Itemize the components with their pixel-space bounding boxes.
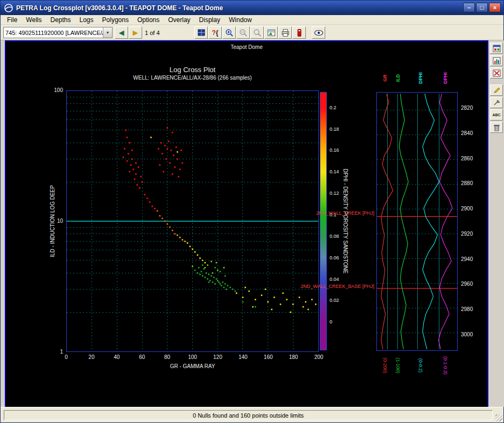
curve-name-label: ILD: [395, 74, 401, 82]
colorbar-tick-label: 0.14: [330, 169, 339, 174]
crossplot-area[interactable]: [66, 90, 319, 352]
right-tool-column: ABC: [488, 40, 504, 407]
depth-tick-label: 2940: [461, 256, 473, 262]
x-tick-label: 120: [209, 354, 226, 360]
window-title: PETRA Log Crossplot [v3006.3.0.4] - TEAP…: [16, 4, 223, 12]
text-tool-icon: ABC: [492, 113, 500, 117]
depth-tick-label: 2820: [461, 105, 473, 111]
y-tick-label: 1: [31, 349, 63, 355]
status-message: 0 Nulls found and 160 points outside lim…: [4, 410, 493, 420]
chart-icon: [493, 57, 501, 65]
help-brace-icon: ?{: [212, 29, 218, 37]
chart-tool-button[interactable]: [490, 55, 503, 66]
text-tool-button[interactable]: ABC: [490, 109, 503, 121]
formation-marker-label: 2ND_WALL_CREEK_BASE [PHJ]: [237, 284, 374, 289]
x-tick-label: 200: [311, 354, 327, 360]
curve-scale-label: (0-200): [382, 357, 388, 373]
well-selector-value: 745: 49025111920000 [LAWRENCE/AL: [4, 30, 103, 36]
curve-name-label: DPHI: [418, 72, 423, 84]
delete-chart-button[interactable]: [490, 67, 503, 79]
depth-tick-label: 2960: [461, 281, 473, 287]
x-tick-label: 20: [83, 354, 100, 360]
colorbar-tick-label: 0.02: [330, 298, 339, 303]
x-axis-label: GR - GAMMA RAY: [66, 363, 319, 369]
layout-tool-button[interactable]: [490, 43, 503, 54]
log-track-panel: [376, 92, 458, 351]
depth-tick-label: 2920: [461, 231, 473, 237]
red-cartridge-icon: [295, 29, 304, 37]
zoom-out-button[interactable]: [236, 26, 250, 39]
colorbar-tick-label: 0.08: [330, 234, 339, 239]
menu-item-depths[interactable]: Depths: [46, 16, 75, 24]
visibility-button[interactable]: [312, 26, 325, 39]
plot-canvas: Teapot Dome Log Cross Plot WELL: LAWRENC…: [5, 40, 488, 408]
toolbar: 745: 49025111920000 [LAWRENCE/AL ▼ ◀ ▶ 1…: [1, 25, 503, 40]
layout-icon: [493, 45, 501, 52]
chevron-down-icon[interactable]: ▼: [103, 27, 112, 38]
title-bar: PETRA Log Crossplot [v3006.3.0.4] - TEAP…: [1, 1, 503, 15]
status-bar: 0 Nulls found and 160 points outside lim…: [1, 407, 503, 422]
curve-name-label: GR: [382, 74, 388, 82]
menu-item-display[interactable]: Display: [195, 16, 225, 24]
x-tick-label: 40: [109, 354, 125, 360]
dropper-icon: [493, 99, 501, 107]
x-tick-label: 160: [260, 354, 276, 360]
colorbar-tick-label: 0.04: [330, 277, 339, 282]
red-cartridge-button[interactable]: [292, 26, 306, 39]
dropper-tool-button[interactable]: [490, 97, 503, 108]
menu-item-wells[interactable]: Wells: [22, 16, 46, 24]
colorbar-tick-label: 0.12: [330, 191, 339, 196]
print-button[interactable]: [278, 26, 292, 39]
menu-bar: FileWellsDepthsLogsPolygonsOptionsOverla…: [1, 15, 503, 25]
zoom-in-button[interactable]: [222, 26, 236, 39]
menu-item-options[interactable]: Options: [133, 16, 164, 24]
page-indicator: 1 of 4: [145, 30, 160, 36]
x-tick-label: 0: [58, 354, 74, 360]
curve-name-label: DPHI: [443, 72, 448, 84]
help-template-button[interactable]: ?{: [208, 26, 222, 39]
y-tick-label: 10: [31, 218, 63, 224]
eye-icon: [314, 29, 324, 37]
line-tool-button[interactable]: [490, 84, 503, 96]
trash-icon: [493, 124, 501, 131]
depth-tick-label: 2880: [461, 180, 473, 186]
x-tick-label: 180: [285, 354, 302, 360]
menu-item-logs[interactable]: Logs: [75, 16, 98, 24]
depth-tick-label: 2980: [461, 306, 473, 312]
well-selector-combobox[interactable]: 745: 49025111920000 [LAWRENCE/AL ▼: [3, 27, 113, 38]
depth-tick-label: 2840: [461, 130, 473, 136]
next-well-button[interactable]: ▶: [129, 26, 142, 39]
depth-tick-label: 2900: [461, 206, 473, 211]
crossplot-subtitle: WELL: LAWRENCE/ALL/AX-28/86 (266 samples…: [66, 75, 319, 81]
zoom-window-button[interactable]: [250, 26, 264, 39]
formation-marker-label: 2ND_WALL_CREEK [PHJ]: [237, 210, 374, 216]
menu-item-window[interactable]: Window: [225, 16, 256, 24]
x-tick-label: 100: [185, 354, 201, 360]
minimize-button[interactable]: –: [463, 3, 475, 12]
maximize-button[interactable]: □: [476, 3, 488, 12]
zoom-in-icon: [225, 29, 234, 37]
trash-button[interactable]: [490, 122, 503, 133]
y-tick-label: 100: [31, 87, 63, 93]
colorbar-tick-label: 0: [330, 319, 332, 325]
close-button[interactable]: ×: [489, 3, 501, 12]
x-tick-label: 140: [235, 354, 251, 360]
zoom-window-icon: [253, 29, 262, 37]
pick-tool-button[interactable]: [194, 26, 208, 39]
curve-scale-label: (0-0.2): [418, 358, 423, 373]
menu-item-file[interactable]: File: [3, 16, 22, 24]
crossplot-title: Log Cross Plot: [66, 66, 319, 74]
previous-well-button[interactable]: ◀: [115, 26, 128, 39]
menu-item-polygons[interactable]: Polygons: [98, 16, 133, 24]
x-tick-label: 60: [134, 354, 150, 360]
zoom-out-icon: [239, 29, 248, 37]
arrow-left-icon: ◀: [119, 29, 124, 37]
colorbar-tick-label: 0.16: [330, 147, 339, 153]
x-tick-label: 80: [159, 354, 176, 360]
petra-window: PETRA Log Crossplot [v3006.3.0.4] - TEAP…: [0, 0, 504, 423]
colorbar-tick-label: 0.2: [330, 105, 337, 110]
menu-item-overlay[interactable]: Overlay: [164, 16, 194, 24]
colorbar-label: DPHI - DENSITY POROSITY SANDSTONE: [342, 168, 348, 273]
resize-grip[interactable]: [495, 414, 502, 421]
snapshot-button[interactable]: [264, 26, 278, 39]
